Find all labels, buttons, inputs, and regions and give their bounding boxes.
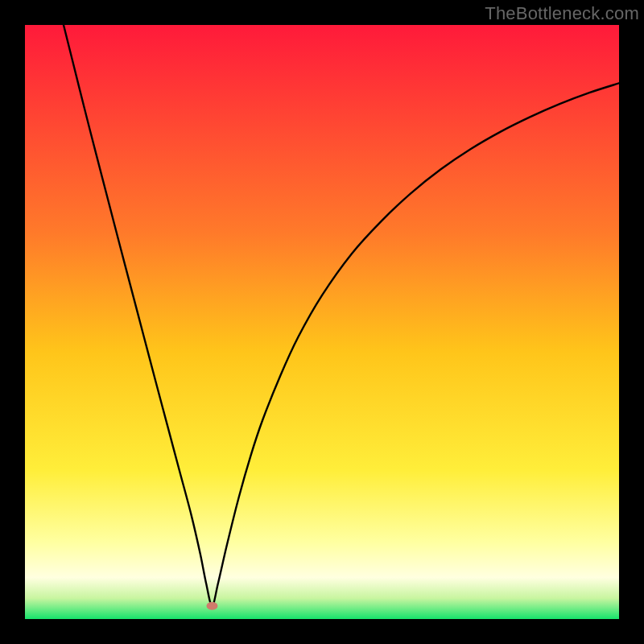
watermark-text: TheBottleneck.com — [485, 3, 639, 24]
optimum-marker — [206, 602, 217, 610]
bottleneck-chart — [25, 25, 619, 619]
gradient-background — [25, 25, 619, 619]
plot-frame — [25, 25, 619, 619]
